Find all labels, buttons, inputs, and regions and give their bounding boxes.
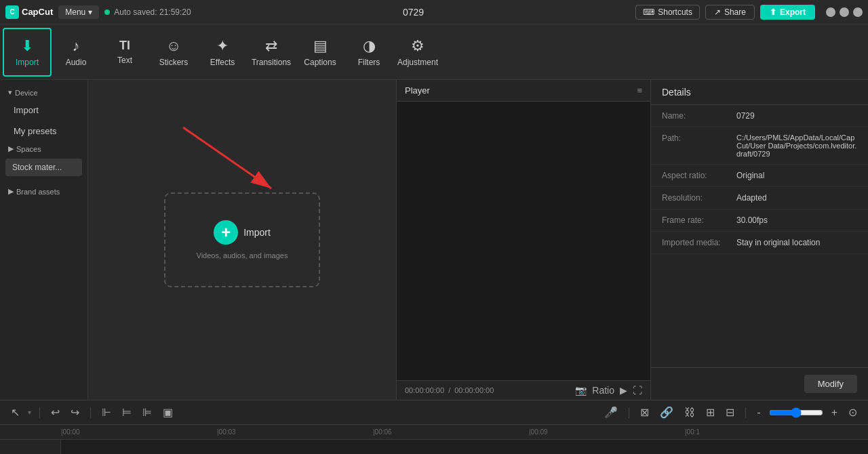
undo-button[interactable]: ↩ [48,405,62,420]
ruler-tick-end: |00:1 [685,428,700,436]
import-drop-zone[interactable]: + Import Videos, audios, and images [164,192,320,287]
player-fullscreen-button[interactable]: ⛶ [633,385,642,396]
ruler-tick-9: |00:09 [529,428,548,436]
split-left-button[interactable]: ⊨ [119,405,134,420]
timeline-ruler: |00:00 |00:03 |00:06 |00:09 |00:1 [0,425,868,440]
select-arrow-icon: ▾ [28,409,31,416]
share-icon: ↗ [714,7,721,17]
stock-material-label: Stock mater... [12,163,62,172]
window-controls [826,7,863,17]
snap-button[interactable]: ⊠ [637,405,652,420]
sidebar: ▾ Device Import My presets ▶ Spaces Stoc… [0,80,88,400]
toolbar-text-label: Text [117,56,132,65]
zoom-in-button[interactable]: + [829,405,840,420]
toolbar-separator-3 [629,407,629,418]
player-screenshot-button[interactable]: 📷 [575,385,587,396]
import-toolbar-icon: ⬇ [21,37,33,55]
timeline-body: 🎬 Drag material here and start to create [0,440,868,454]
sidebar-section-device[interactable]: ▾ Device [0,85,87,100]
adjustment-icon: ⚙ [411,37,425,55]
sidebar-section-brand-assets[interactable]: ▶ Brand assets [0,184,87,199]
unlink-button[interactable]: ⛓ [682,405,698,420]
keyboard-icon: ⌨ [643,7,654,17]
lock-button[interactable]: ⊞ [703,405,717,420]
app-logo: C CapCut [5,5,53,19]
player-time-total: 00:00:00:00 [454,386,494,394]
player-play-button[interactable]: ▶ [620,385,627,396]
menu-button[interactable]: Menu ▾ [58,5,99,19]
player-time-display: 00:00:00:00 / 00:00:00:00 [405,386,494,394]
captions-icon: ▤ [313,37,328,55]
shortcuts-button[interactable]: ⌨ Shortcuts [635,5,700,20]
main-toolbar: ⬇ Import ♪ Audio TI Text ☺ Stickers ✦ Ef… [0,24,868,80]
fit-button[interactable]: ⊙ [846,405,860,420]
import-subtitle: Videos, audios, and images [197,251,288,260]
mic-button[interactable]: 🎤 [601,405,620,420]
toolbar-separator-2 [90,407,91,418]
toolbar-item-text[interactable]: TI Text [100,28,149,77]
sidebar-item-import[interactable]: Import [4,100,83,120]
preview-button[interactable]: ⊟ [723,405,737,420]
zoom-slider[interactable] [769,407,823,418]
crop-button[interactable]: ▣ [160,405,176,420]
sidebar-brand-assets-label: Brand assets [16,188,60,196]
export-button[interactable]: ⬆ Export [760,5,815,20]
logo-icon: C [5,5,19,19]
toolbar-adjustment-label: Adjustment [397,58,438,67]
sidebar-section-spaces[interactable]: ▶ Spaces [0,142,87,156]
toolbar-captions-label: Captions [304,58,336,67]
modify-button[interactable]: Modify [804,375,857,393]
menu-chevron-icon: ▾ [88,7,92,17]
import-plus-icon: + [214,220,238,245]
track-content-area[interactable]: Drag material here and start to create [61,440,868,454]
autosave-text: Auto saved: 21:59:20 [114,7,191,17]
toolbar-item-effects[interactable]: ✦ Effects [198,28,247,77]
device-arrow-icon: ▾ [8,88,12,97]
sidebar-device-label: Device [15,89,38,97]
minimize-button[interactable] [826,7,835,17]
spaces-arrow-icon: ▶ [8,144,14,153]
toolbar-item-adjustment[interactable]: ⚙ Adjustment [393,28,442,77]
player-title: Player [405,85,430,96]
share-button[interactable]: ↗ Share [705,5,755,20]
effects-icon: ✦ [216,37,229,55]
stock-material-button[interactable]: Stock mater... [5,159,82,176]
select-tool-button[interactable]: ↖ [8,405,22,420]
toolbar-item-captions[interactable]: ▤ Captions [296,28,344,77]
audio-icon: ♪ [73,37,80,55]
split-button[interactable]: ⊩ [99,405,114,420]
details-row-imported-media: Imported media: Stay in original locatio… [651,232,868,254]
app-name: CapCut [22,7,53,17]
toolbar-item-filters[interactable]: ◑ Filters [344,28,393,77]
toolbar-item-audio[interactable]: ♪ Audio [52,28,100,77]
details-key-resolution: Resolution: [662,193,736,203]
player-controls: 00:00:00:00 / 00:00:00:00 📷 Ratio ▶ ⛶ [397,380,650,400]
split-right-button[interactable]: ⊫ [140,405,155,420]
ruler-tick-0: |00:00 [61,428,80,436]
details-key-path: Path: [662,133,736,158]
link-button[interactable]: 🔗 [657,405,676,420]
details-title: Details [651,80,868,105]
titlebar: C CapCut Menu ▾ Auto saved: 21:59:20 072… [0,0,868,24]
titlebar-left: C CapCut Menu ▾ Auto saved: 21:59:20 [5,5,191,19]
track-headers: 🎬 [0,440,61,454]
shortcuts-label: Shortcuts [658,7,692,17]
details-row-path: Path: C:/Users/PMLS/AppData/Local/CapCut… [651,127,868,165]
player-menu-icon[interactable]: ≡ [637,85,642,96]
filters-icon: ◑ [363,37,376,55]
zoom-out-button[interactable]: - [754,405,763,420]
player-header: Player ≡ [397,80,650,102]
player-ratio-button[interactable]: Ratio [592,385,614,396]
sidebar-item-my-presets[interactable]: My presets [4,121,83,141]
toolbar-stickers-label: Stickers [159,58,189,67]
menu-label: Menu [65,7,85,17]
toolbar-item-transitions[interactable]: ⇄ Transitions [247,28,296,77]
import-button-label[interactable]: Import [243,227,271,238]
transitions-icon: ⇄ [265,37,277,55]
toolbar-item-import[interactable]: ⬇ Import [3,28,52,77]
toolbar-item-stickers[interactable]: ☺ Stickers [149,28,198,77]
close-button[interactable] [853,7,863,17]
redo-button[interactable]: ↪ [68,405,82,420]
maximize-button[interactable] [840,7,849,17]
toolbar-filters-label: Filters [358,58,380,67]
